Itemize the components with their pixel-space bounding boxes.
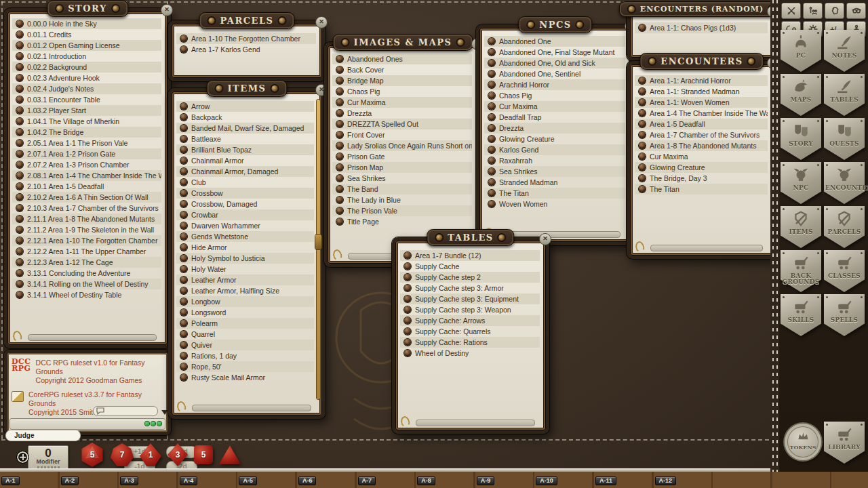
list-item[interactable]: 2.05.1 Area 1-1 The Prison Vale [12,138,161,148]
list-item[interactable]: Chainmail Armor [176,155,314,166]
list-item[interactable]: Supply Cache: Arrows [400,315,540,326]
sidebar-shield-button[interactable]: ENCOUNTERS [824,162,865,204]
list-item[interactable]: Quarrel [176,329,314,340]
sidebar-shield-button[interactable]: SKILLS [781,294,821,336]
list-item[interactable]: Crossbow [176,188,314,199]
list-item[interactable]: Area 1-4 The Chamber Inside The Wall [635,108,768,119]
hotkey-slot[interactable]: A-10 [534,472,594,488]
resize-hook-icon[interactable] [176,401,187,413]
list-item[interactable]: Dwarven Warhammer [176,220,314,231]
list-item[interactable]: Chaos Pig [484,90,625,101]
list-item[interactable]: 3.13.1 Concluding the Adventure [12,268,161,279]
list-item[interactable]: The Band [332,184,472,195]
chat-input[interactable] [9,418,165,430]
identity-label[interactable]: Judge [5,430,81,441]
list-item[interactable]: Battleaxe [176,134,314,144]
list-item[interactable]: Abandoned One, Final Stage Mutant [484,47,625,58]
resize-hook-icon[interactable] [332,249,343,262]
close-icon[interactable]: ✕ [539,233,551,245]
list-item[interactable]: The Titan [484,188,625,199]
sidebar-shield-button[interactable]: STORY [781,118,821,160]
list-item[interactable]: 0.02.3 Adventure Hook [12,73,161,83]
list-item[interactable]: 2.11.1 Area 1-8 The Abandoned Mutants [12,214,161,224]
chat-mode-selector[interactable] [93,406,158,416]
close-icon[interactable]: ✕ [161,4,173,16]
list-item[interactable]: Holy Symbol to Justicia [176,253,314,264]
list-item[interactable]: Area 1-1: Stranded Madman [635,86,768,97]
list-item[interactable]: Rations, 1 day [176,350,314,361]
sidebar-shield-button[interactable]: PARCELS [824,206,865,248]
die[interactable]: 7 [111,443,134,466]
list-item[interactable]: Banded Mail, Dwarf Size, Damaged [176,123,314,134]
hotkey-slot[interactable]: A-6 [297,472,357,488]
die[interactable]: 5 [80,443,104,467]
list-item[interactable]: Supply Cache step 3: Weapon [400,304,540,315]
die[interactable]: 1 [140,443,161,466]
list-item[interactable]: Supply Cache step 2 [400,272,540,283]
tokens-button[interactable]: TOKENS [785,424,821,460]
list-item[interactable]: Supply Cache step 3: Armor [400,283,540,293]
list-item[interactable]: Cur Maxima [332,97,472,108]
list-item[interactable]: Supply Cache: Quarrels [400,326,540,337]
list-item[interactable]: 2.07.1 Area 1-2 Prison Gate [12,148,161,159]
hotkey-slot[interactable]: A-9 [475,472,535,488]
hotkey-slot[interactable]: A-5 [237,472,297,488]
list-item[interactable]: Polearm [176,318,314,329]
list-item[interactable]: Supply Cache step 3: Equipment [400,293,540,304]
list-item[interactable]: Cur Maxima [635,151,768,162]
horizontal-scrollbar[interactable] [28,334,157,341]
list-item[interactable]: Lady Srolias Once Again Runs Short on Lu [332,140,472,151]
sidebar-shield-button[interactable]: CLASSES [824,250,865,292]
hotkey-slot[interactable]: A-11 [594,472,654,488]
list-item[interactable]: Longbow [176,296,314,307]
die[interactable]: 3 [167,443,188,466]
sidebar-shield-button[interactable]: QUESTS [824,118,865,160]
dice-bag-icon[interactable] [825,3,844,19]
list-item[interactable]: 0.01.2 Open Gaming License [12,40,161,51]
chat-dropdown-icon[interactable] [161,410,168,415]
list-item[interactable]: The Prison Vale [332,205,472,216]
list-item[interactable]: Hide Armor [176,242,314,253]
close-icon[interactable]: ✕ [315,16,328,28]
list-item[interactable]: Club [176,177,314,188]
sidebar-shield-button[interactable]: MAPS [781,74,821,116]
list-item[interactable]: Abandoned Ones [332,54,472,64]
list-item[interactable]: Bridge Map [332,75,472,86]
list-item[interactable]: Rusty Scale Mail Armor [176,372,314,383]
horizontal-scrollbar[interactable] [192,405,311,411]
list-item[interactable]: 0.02.2 Background [12,62,161,73]
list-item[interactable]: 2.10.2 Area 1-6 A Thin Section Of Wall [12,192,161,203]
list-item[interactable]: Sea Shrikes [484,166,625,177]
list-item[interactable]: DREZZTA Spelled Out [332,119,472,129]
list-item[interactable]: Brilliant Blue Topaz [176,144,314,155]
list-item[interactable]: Arachnid Horror [484,79,625,90]
list-item[interactable]: 3.14.1 Rolling on the Wheel of Destiny [12,279,161,289]
mask-icon[interactable] [846,3,866,19]
die[interactable]: 5 [194,445,213,464]
sidebar-shield-button[interactable]: NOTES [824,30,865,72]
party-sheet-icon[interactable] [803,3,823,19]
list-item[interactable]: Area 1-1: Chaos Pigs (1d3) [635,22,768,33]
list-item[interactable]: Wheel of Destiny [400,348,540,359]
resize-hook-icon[interactable] [634,241,646,253]
list-item[interactable]: Area 1-1: Arachnid Horror [635,75,768,86]
list-item[interactable]: Backpack [176,112,314,123]
hotkey-slot[interactable]: A-8 [416,472,475,488]
list-item[interactable]: Rope, 50' [176,361,314,372]
list-item[interactable]: Crossbow, Damaged [176,199,314,209]
list-item[interactable]: Area 1-7 Karlos Gend [176,44,316,55]
list-item[interactable]: Area 1-7 Chamber of the Survivors [635,129,768,140]
items-window-titlebar[interactable]: ITEMS [207,80,288,97]
list-item[interactable]: Stranded Madman [484,177,625,188]
list-item[interactable]: Title Page [332,216,472,227]
list-item[interactable]: The Titan [635,184,768,195]
list-item[interactable]: The Lady in Blue [332,195,472,205]
list-item[interactable]: Front Cover [332,129,472,140]
attack-swords-icon[interactable] [781,3,801,19]
list-item[interactable]: Woven Women [484,199,625,209]
hotkey-slot[interactable]: A-2 [60,472,119,488]
list-item[interactable]: Prison Map [332,162,472,173]
list-item[interactable]: 0.02.1 Introduction [12,51,161,62]
list-item[interactable]: Holy Water [176,264,314,274]
list-item[interactable]: Leather Armor, Halfling Size [176,285,314,296]
